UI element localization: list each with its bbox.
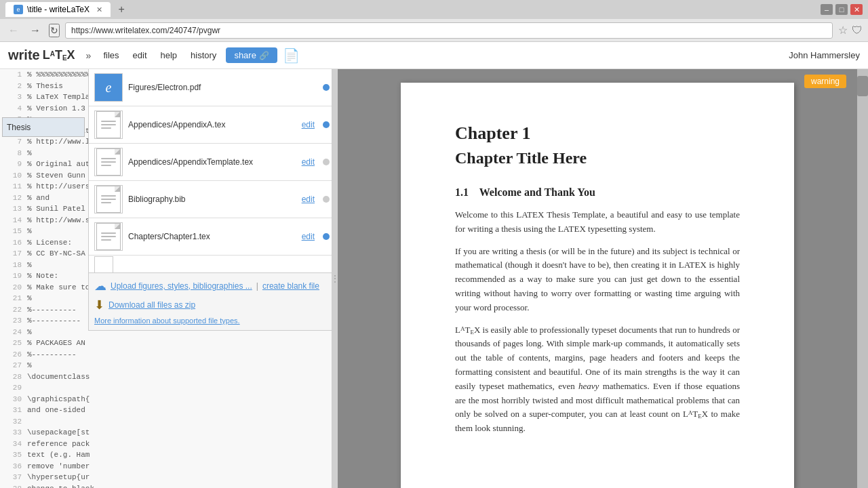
list-item[interactable]: Appendices/AppendixTemplate.tex edit: [89, 144, 332, 181]
section-title-text: Welcome and Thank You: [479, 186, 595, 198]
file-icon-box-1: [94, 110, 123, 139]
download-icon: ⬇: [94, 298, 104, 312]
pdf-btn[interactable]: 📄: [283, 47, 300, 64]
code-line-38: 38change to black: [0, 483, 332, 489]
file-name-0: Figures/Electron.pdf: [128, 83, 317, 92]
warning-button[interactable]: warning: [804, 75, 846, 88]
file-icon-box-3: [94, 185, 123, 214]
list-item[interactable]: Appendices/AppendixA.tex edit: [89, 106, 332, 144]
file-icon-box-5: [94, 256, 113, 273]
create-blank-link[interactable]: create blank file: [262, 281, 319, 291]
nav-files[interactable]: files: [96, 42, 125, 68]
line: [101, 239, 111, 241]
logo-write: write: [8, 47, 40, 63]
nav-help[interactable]: help: [154, 42, 184, 68]
forward-btn[interactable]: →: [27, 23, 43, 38]
file-list: e Figures/Electron.pdf: [89, 69, 332, 272]
tab-close-btn[interactable]: ✕: [96, 5, 102, 14]
file-edit-link-3[interactable]: edit: [302, 195, 315, 204]
file-icon-lines: [101, 232, 116, 241]
address-field[interactable]: https://www.writelatex.com/240747/pvgwr: [65, 22, 833, 39]
line: [101, 127, 111, 129]
address-bar: ← → ↻ https://www.writelatex.com/240747/…: [0, 19, 868, 42]
logo-arrow: »: [86, 50, 92, 61]
pdf-chapter-title: Chapter Title Here: [455, 149, 740, 167]
file-icon-electron: e: [94, 73, 123, 102]
logo-latex: LATEX: [43, 48, 75, 62]
share-label: share: [234, 50, 256, 60]
line: [101, 232, 116, 234]
back-btn[interactable]: ←: [5, 23, 22, 38]
file-name-1: Appendices/AppendixA.tex: [128, 120, 296, 129]
line: [101, 124, 116, 125]
line: [101, 199, 116, 200]
code-line-34: 34reference pack: [0, 439, 332, 450]
electron-icon: e: [95, 74, 122, 101]
upload-link[interactable]: Upload figures, styles, bibliographies .…: [111, 281, 252, 291]
tab-title: \title - writeLaTeX: [27, 5, 90, 14]
file-icon-doc-1: [96, 111, 121, 138]
code-line-30: 30\graphicspath{: [0, 394, 332, 405]
browser-tab[interactable]: e \title - writeLaTeX ✕: [5, 2, 111, 17]
code-line-35: 35text (e.g. Ham: [0, 449, 332, 461]
list-item[interactable]: e Figures/Electron.pdf: [89, 69, 332, 106]
code-line-33: 33\usepackage[st: [0, 427, 332, 439]
bookmark-icon[interactable]: ☆: [838, 24, 848, 37]
thesis-file-label[interactable]: Thesis: [2, 117, 85, 137]
line: [101, 202, 111, 203]
file-icon-box-2: [94, 148, 123, 176]
file-dot-2: [323, 159, 330, 165]
line: [101, 195, 116, 197]
user-name: John Hammersley: [789, 50, 860, 60]
close-btn[interactable]: ✕: [850, 4, 863, 15]
scroll-thumb: [857, 76, 868, 96]
pdf-paragraph-3: LATEX is easily able to professionally t…: [455, 323, 740, 436]
download-row: ⬇ Download all files as zip: [94, 298, 330, 312]
panel-divider[interactable]: [332, 69, 338, 488]
file-edit-link-4[interactable]: edit: [302, 232, 315, 241]
right-scrollbar[interactable]: [857, 69, 868, 488]
address-right-icons: ☆ 🛡: [838, 24, 863, 37]
code-line-29: 29: [0, 382, 332, 394]
file-icon-doc-4: [96, 223, 121, 250]
pdf-chapter-num: Chapter 1: [455, 123, 740, 144]
file-icon-lines: [101, 121, 116, 129]
code-line-37: 37\hypersetup{ur: [0, 472, 332, 483]
address-text: https://www.writelatex.com/240747/pvgwr: [71, 26, 220, 35]
download-link[interactable]: Download all files as zip: [108, 300, 195, 310]
file-name-3: Bibliography.bib: [128, 195, 296, 204]
code-line-36: 36remove 'number: [0, 461, 332, 472]
file-icon-doc-3: [96, 186, 121, 213]
upload-icon: ☁: [94, 279, 106, 293]
maximize-btn[interactable]: □: [835, 4, 848, 15]
app-nav: files edit help history share 🔗 📄: [96, 42, 300, 68]
pdf-preview[interactable]: warning Chapter 1 Chapter Title Here 1.1…: [338, 69, 857, 488]
list-item[interactable]: Chapters/Chapter1.tex edit: [89, 218, 332, 256]
line: [101, 161, 116, 163]
code-line-25: 25% PACKAGES AN: [0, 338, 332, 349]
file-dot-3: [323, 196, 330, 203]
refresh-btn[interactable]: ↻: [49, 24, 60, 37]
line: [101, 236, 116, 237]
file-edit-link-1[interactable]: edit: [302, 120, 315, 129]
list-item[interactable]: Bibliography.bib edit: [89, 181, 332, 218]
code-line-31: 31and one-sided: [0, 405, 332, 416]
nav-edit[interactable]: edit: [126, 42, 154, 68]
line: [101, 121, 116, 122]
new-tab-btn[interactable]: +: [115, 3, 128, 16]
more-info-link[interactable]: More information about supported file ty…: [94, 317, 330, 325]
list-item[interactable]: [89, 256, 332, 272]
file-icon-doc-2: [96, 148, 121, 176]
file-edit-link-2[interactable]: edit: [302, 157, 315, 167]
minimize-btn[interactable]: –: [821, 4, 833, 15]
file-dot-0: [323, 84, 330, 91]
tab-favicon: e: [14, 5, 23, 14]
window-controls: – □ ✕: [821, 4, 863, 15]
nav-history[interactable]: history: [184, 42, 223, 68]
app-logo: writeLATEX: [8, 47, 75, 63]
main-content: 1% %%%%%%%%%%%% 2% Thesis 3% LaTeX Templ…: [0, 69, 868, 488]
overlay-file-panel: e Figures/Electron.pdf: [88, 69, 332, 331]
upload-area: ☁ Upload figures, styles, bibliographies…: [89, 272, 332, 330]
file-dot-1: [323, 121, 330, 128]
share-button[interactable]: share 🔗: [226, 47, 277, 63]
